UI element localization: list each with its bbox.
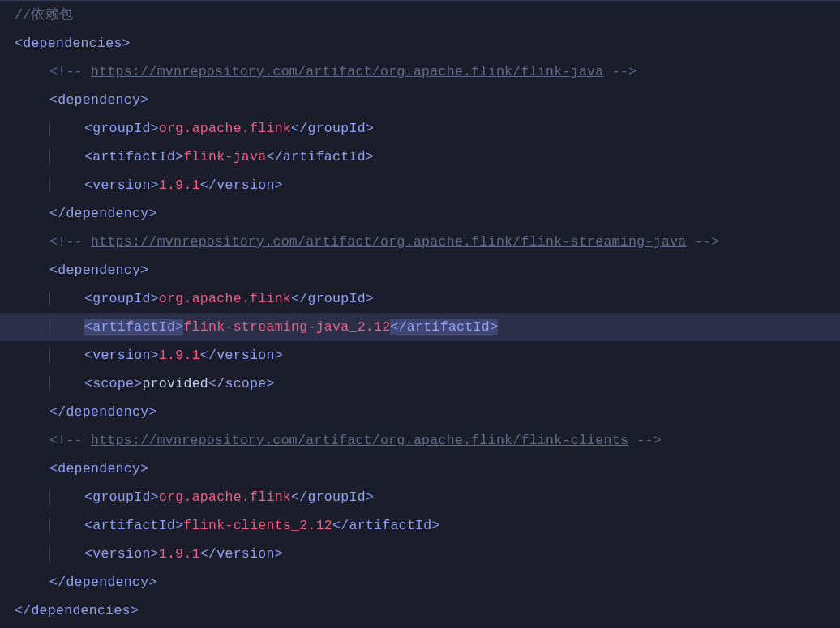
code-line: </dependency> xyxy=(0,568,840,596)
artifactid-value: flink-java xyxy=(183,149,266,164)
groupid-close: </groupId> xyxy=(291,489,374,505)
dependency-open-tag: <dependency> xyxy=(49,461,148,476)
dependency-close-tag: </dependency> xyxy=(49,575,157,590)
artifactid-close: </artifactId> xyxy=(266,149,374,164)
scope-open: <scope> xyxy=(84,376,142,391)
artifactid-close: </artifactId> xyxy=(390,319,498,335)
groupid-open: <groupId> xyxy=(84,291,159,306)
groupid-open: <groupId> xyxy=(84,121,159,136)
code-line: <dependencies> xyxy=(0,29,840,58)
code-line: <version>1.9.1</version> xyxy=(0,341,840,370)
dependencies-open-tag: <dependencies> xyxy=(15,36,131,51)
artifactid-open: <artifactId> xyxy=(84,149,183,164)
code-line: <artifactId>flink-clients_2.12</artifact… xyxy=(0,511,840,540)
artifactid-close: </artifactId> xyxy=(332,518,440,533)
groupid-value: org.apache.flink xyxy=(159,489,291,505)
code-line: <groupId>org.apache.flink</groupId> xyxy=(0,284,840,313)
groupid-open: <groupId> xyxy=(84,489,159,505)
code-line: <dependency> xyxy=(0,256,840,284)
version-close: </version> xyxy=(200,546,283,562)
version-open: <version> xyxy=(84,177,159,193)
comment-text: 依赖包 xyxy=(31,7,73,23)
comment-open: <!-- xyxy=(49,433,91,448)
code-line: <dependency> xyxy=(0,86,840,114)
groupid-value: org.apache.flink xyxy=(159,291,291,306)
version-close: </version> xyxy=(200,348,283,363)
dependency-close-tag: </dependency> xyxy=(49,404,157,420)
code-line: </dependency> xyxy=(0,199,840,228)
highlighted-line: <artifactId>flink-streaming-java_2.12</a… xyxy=(0,313,840,341)
dependencies-close-tag: </dependencies> xyxy=(15,603,139,618)
code-line: <artifactId>flink-java</artifactId> xyxy=(0,143,840,171)
comment-open: <!-- xyxy=(49,234,91,250)
code-line: </dependency> xyxy=(0,398,840,426)
version-open: <version> xyxy=(84,348,159,363)
version-value: 1.9.1 xyxy=(159,546,200,562)
groupid-close: </groupId> xyxy=(291,121,374,136)
artifactid-value: flink-clients_2.12 xyxy=(183,518,332,533)
code-line: <scope>provided</scope> xyxy=(0,370,840,398)
version-open: <version> xyxy=(84,546,159,562)
artifactid-open: <artifactId> xyxy=(84,319,183,335)
comment-close: --> xyxy=(628,433,662,448)
url-link: https://mvnrepository.com/artifact/org.a… xyxy=(91,234,687,250)
comment-close: --> xyxy=(604,64,637,79)
scope-value: provided xyxy=(142,376,208,391)
code-line: <dependency> xyxy=(0,455,840,483)
code-line: <version>1.9.1</version> xyxy=(0,540,840,568)
groupid-value: org.apache.flink xyxy=(159,121,291,136)
code-line: <!-- https://mvnrepository.com/artifact/… xyxy=(0,58,840,86)
code-line: //依赖包 xyxy=(0,1,840,29)
version-value: 1.9.1 xyxy=(159,348,200,363)
comment-open: <!-- xyxy=(49,64,91,79)
dependency-open-tag: <dependency> xyxy=(49,263,148,278)
scope-close: </scope> xyxy=(208,376,275,391)
groupid-close: </groupId> xyxy=(291,291,374,306)
version-value: 1.9.1 xyxy=(159,177,200,193)
dependency-open-tag: <dependency> xyxy=(49,92,148,108)
artifactid-open: <artifactId> xyxy=(84,518,183,533)
code-line: <groupId>org.apache.flink</groupId> xyxy=(0,483,840,511)
code-line: <!-- https://mvnrepository.com/artifact/… xyxy=(0,426,840,455)
url-link: https://mvnrepository.com/artifact/org.a… xyxy=(91,433,628,448)
code-line: <groupId>org.apache.flink</groupId> xyxy=(0,114,840,143)
code-line: <version>1.9.1</version> xyxy=(0,171,840,199)
code-block[interactable]: //依赖包 <dependencies> <!-- https://mvnrep… xyxy=(0,0,840,625)
artifactid-value: flink-streaming-java_2.12 xyxy=(183,319,390,335)
version-close: </version> xyxy=(200,177,283,193)
comment-close: --> xyxy=(687,234,720,250)
url-link: https://mvnrepository.com/artifact/org.a… xyxy=(91,64,604,79)
code-line: </dependencies> xyxy=(0,596,840,625)
comment-slashes: // xyxy=(15,7,31,23)
dependency-close-tag: </dependency> xyxy=(49,206,157,221)
code-line: <!-- https://mvnrepository.com/artifact/… xyxy=(0,228,840,256)
